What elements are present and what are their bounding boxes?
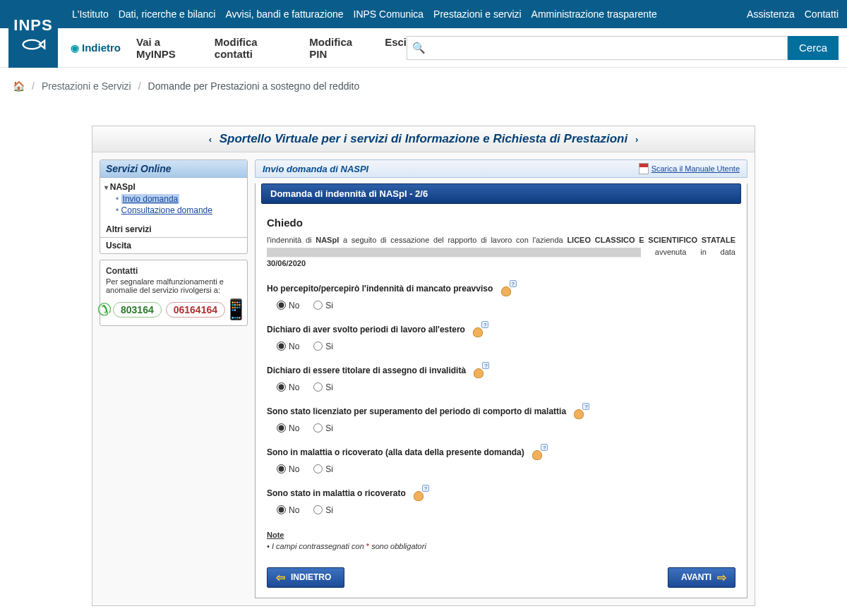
radio-si-label: Si — [325, 505, 333, 515]
radio-no[interactable]: No — [277, 505, 299, 515]
sidebar-panel: Servizi Online NASpI Invio domanda Consu… — [100, 159, 248, 254]
question-label: Dichiaro di essere titolare di assegno d… — [267, 366, 466, 375]
assistenza-link[interactable]: Assistenza — [747, 8, 795, 20]
question-label: Dichiaro di aver svolto periodi di lavor… — [267, 325, 465, 334]
radio-si[interactable]: Si — [313, 301, 333, 310]
indietro-button[interactable]: ⇦ INDIETRO — [267, 567, 344, 588]
app-header: ‹ Sportello Virtuale per i servizi di In… — [92, 126, 755, 152]
indietro-link[interactable]: ◉ Indietro — [71, 36, 121, 60]
topnav-link[interactable]: Dati, ricerche e bilanci — [119, 8, 216, 20]
sidebar-item-invio[interactable]: Invio domanda — [116, 193, 243, 205]
chevron-right-icon[interactable]: › — [631, 134, 642, 145]
radio-no-input[interactable] — [277, 423, 286, 433]
radio-group: No Si — [277, 382, 735, 392]
radio-si[interactable]: Si — [313, 423, 333, 433]
radio-si[interactable]: Si — [313, 464, 333, 474]
svg-point-0 — [23, 40, 41, 49]
radio-no-label: No — [289, 423, 299, 433]
radio-no-label: No — [289, 382, 299, 392]
topnav-link[interactable]: INPS Comunica — [354, 8, 424, 20]
radio-group: No Si — [277, 423, 735, 433]
phone-handset-icon: ✆ — [97, 300, 112, 320]
radio-group: No Si — [277, 464, 735, 474]
nav2-link[interactable]: Modifica PIN — [309, 36, 369, 60]
sidebar-item-consultazione[interactable]: Consultazione domande — [116, 205, 243, 216]
radio-si-input[interactable] — [313, 505, 323, 514]
help-icon[interactable]: ? — [574, 405, 588, 419]
radio-si-input[interactable] — [313, 423, 323, 433]
download-manual-link[interactable]: Scarica il Manuale Utente — [639, 163, 740, 174]
nav2-link[interactable]: Modifica contatti — [215, 36, 294, 60]
second-navbar: ◉ Indietro Vai a MyINPS Modifica contatt… — [0, 28, 847, 68]
radio-no-label: No — [289, 342, 299, 351]
logo-fish-icon — [20, 37, 46, 52]
radio-group: No Si — [277, 505, 735, 515]
home-icon[interactable]: 🏠 — [13, 80, 25, 92]
contact-text: Per segnalare malfunzionamenti e anomali… — [106, 277, 241, 294]
radio-no[interactable]: No — [277, 342, 299, 351]
help-icon[interactable]: ? — [473, 323, 487, 337]
sidebar-uscita[interactable]: Uscita — [100, 238, 247, 253]
sidebar-item-label: Invio domanda — [121, 194, 180, 204]
help-icon[interactable]: ? — [414, 487, 428, 501]
radio-no[interactable]: No — [277, 423, 299, 433]
radio-si-input[interactable] — [313, 382, 323, 392]
radio-si[interactable]: Si — [313, 505, 333, 515]
chevron-left-icon[interactable]: ‹ — [205, 134, 216, 145]
radio-no-input[interactable] — [277, 505, 286, 514]
topnav-items: L'Istituto Dati, ricerche e bilanci Avvi… — [72, 8, 657, 20]
sidebar-parent-naspi[interactable]: NASpI — [104, 181, 243, 193]
radio-no-input[interactable] — [277, 342, 286, 351]
radio-no[interactable]: No — [277, 464, 299, 474]
radio-si[interactable]: Si — [313, 382, 333, 392]
arrow-right-icon: ⇨ — [717, 571, 726, 584]
search-input[interactable] — [407, 36, 788, 60]
help-icon[interactable]: ? — [532, 446, 546, 460]
topnav-link[interactable]: Prestazioni e servizi — [433, 8, 522, 20]
download-label: Scarica il Manuale Utente — [651, 164, 740, 173]
logo[interactable]: INPS — [8, 0, 58, 68]
help-icon[interactable]: ? — [474, 364, 488, 378]
radio-si-label: Si — [325, 423, 333, 433]
arrow-left-icon: ⇦ — [276, 571, 285, 584]
radio-si-input[interactable] — [313, 464, 323, 473]
contatti-link[interactable]: Contatti — [805, 8, 839, 20]
pdf-icon — [639, 163, 649, 174]
search-button[interactable]: Cerca — [788, 36, 839, 60]
notes-section: Note • I campi contrassegnati con * sono… — [267, 531, 735, 550]
avanti-label: AVANTI — [681, 572, 711, 582]
radio-group: No Si — [277, 342, 735, 351]
radio-no-input[interactable] — [277, 301, 286, 310]
radio-si-input[interactable] — [313, 342, 323, 351]
nav2: ◉ Indietro Vai a MyINPS Modifica contatt… — [71, 36, 407, 60]
topnav-link[interactable]: Amministrazione trasparente — [531, 8, 657, 20]
radio-no-input[interactable] — [277, 464, 286, 473]
app-title: Sportello Virtuale per i servizi di Info… — [220, 132, 627, 145]
breadcrumb-current: Domande per Prestazioni a sostegno del r… — [148, 80, 360, 92]
radio-si[interactable]: Si — [313, 342, 333, 351]
radio-no-label: No — [289, 464, 299, 474]
phone-red[interactable]: 06164164 — [166, 302, 225, 318]
phone-green[interactable]: 803164 — [113, 302, 162, 318]
contact-box: Contatti Per segnalare malfunzionamenti … — [100, 260, 248, 326]
search-wrap: 🔍 Cerca — [407, 36, 839, 60]
radio-si-input[interactable] — [313, 301, 323, 310]
radio-no-input[interactable] — [277, 382, 286, 392]
sidebar-head: Servizi Online — [100, 160, 247, 178]
sidebar-altri-servizi[interactable]: Altri servizi — [100, 222, 247, 238]
help-icon[interactable]: ? — [501, 282, 515, 296]
radio-no[interactable]: No — [277, 382, 299, 392]
radio-no[interactable]: No — [277, 301, 299, 310]
nav2-link[interactable]: Esci — [385, 36, 407, 60]
breadcrumb: 🏠 / Prestazioni e Servizi / Domande per … — [0, 68, 847, 104]
topnav-link[interactable]: Avvisi, bandi e fatturazione — [225, 8, 343, 20]
breadcrumb-link[interactable]: Prestazioni e Servizi — [42, 80, 131, 92]
nav2-link[interactable]: Vai a MyINPS — [136, 36, 199, 60]
radio-si-label: Si — [325, 342, 333, 351]
back-target-icon: ◉ — [71, 42, 79, 54]
step-bar: Domanda di indennità di NASpI - 2/6 — [261, 183, 741, 204]
topnav-link[interactable]: L'Istituto — [72, 8, 109, 20]
button-row: ⇦ INDIETRO AVANTI ⇨ — [256, 559, 747, 598]
avanti-button[interactable]: AVANTI ⇨ — [668, 567, 735, 588]
breadcrumb-sep: / — [32, 80, 35, 92]
